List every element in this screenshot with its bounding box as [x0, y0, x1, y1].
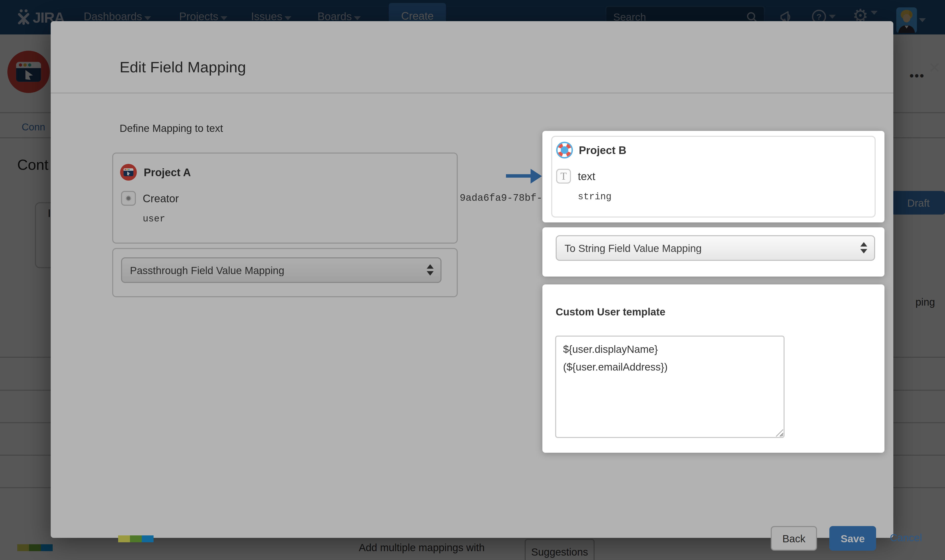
- custom-template-heading: Custom User template: [556, 306, 665, 318]
- target-mapping-select[interactable]: To String Field Value Mapping: [556, 235, 875, 261]
- custom-template-textarea[interactable]: ${user.displayName} (${user.emailAddress…: [555, 335, 785, 438]
- target-field-spotlight: Project B T text string: [542, 131, 885, 222]
- text-type-icon: T: [556, 169, 571, 183]
- target-field-name: text: [578, 170, 595, 183]
- project-b-icon: [556, 142, 573, 160]
- target-project-name: Project B: [579, 144, 626, 157]
- target-mapping-spotlight: To String Field Value Mapping: [542, 227, 885, 277]
- target-mapping-select-wrap: To String Field Value Mapping: [556, 235, 875, 261]
- spotlight-overlay: [0, 0, 945, 560]
- target-field-type: string: [578, 191, 611, 202]
- target-field-card: Project B T text string: [551, 136, 876, 217]
- custom-template-spotlight: Custom User template ${user.displayName}…: [542, 285, 885, 453]
- screen: JIRA Dashboards Projects Issues Boards C…: [0, 0, 945, 560]
